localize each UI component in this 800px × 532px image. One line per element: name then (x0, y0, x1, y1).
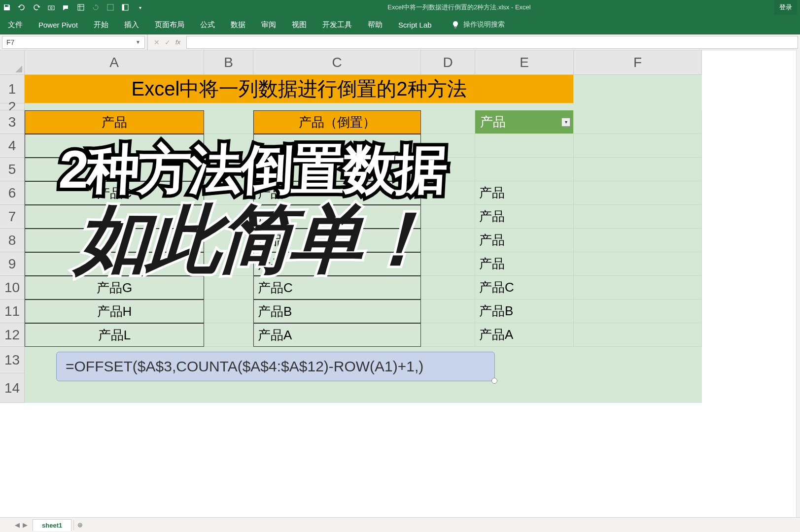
cell[interactable] (204, 299, 253, 323)
cell[interactable] (421, 323, 475, 347)
header-c[interactable]: 产品（倒置） (253, 110, 421, 134)
row-header-11[interactable]: 11 (0, 299, 25, 323)
sheet-tab-active[interactable]: sheet1 (33, 519, 71, 531)
cell[interactable] (475, 158, 574, 181)
cell[interactable] (475, 134, 574, 158)
camera-icon[interactable] (47, 3, 55, 11)
name-box[interactable]: F7 ▼ (2, 36, 145, 49)
row-header-14[interactable]: 14 (0, 373, 25, 403)
row-headers: 1234567891011121314 (0, 75, 25, 403)
row-header-5[interactable]: 5 (0, 158, 25, 181)
col-header-B[interactable]: B (204, 50, 253, 75)
cell[interactable]: 产品A (253, 323, 421, 347)
enter-icon[interactable]: ✓ (165, 38, 171, 46)
cell[interactable] (574, 181, 702, 205)
undo-icon[interactable] (18, 3, 26, 11)
sheet-tab-bar: ◀▶ sheet1 ⊕ (0, 517, 800, 532)
cell[interactable]: 产品A (475, 323, 574, 347)
svg-rect-5 (107, 4, 113, 10)
tab-power-pivot[interactable]: Power Pivot (37, 19, 79, 31)
tab-page-layout[interactable]: 页面布局 (154, 18, 185, 32)
more-icon[interactable]: ▾ (136, 3, 144, 11)
cell[interactable]: 产品B (475, 299, 574, 323)
cell[interactable]: 产品H (25, 299, 204, 323)
refresh-icon[interactable] (92, 3, 100, 11)
row-header-7[interactable]: 7 (0, 205, 25, 229)
cell[interactable]: 产品 (475, 181, 574, 205)
cell[interactable]: 产品 (475, 229, 574, 252)
cell[interactable] (204, 323, 253, 347)
col-header-F[interactable]: F (574, 50, 702, 75)
title-bar: ▾ Excel中将一列数据进行倒置的2种方法.xlsx - Excel 登录 (0, 0, 800, 15)
cell[interactable] (204, 110, 253, 134)
tab-file[interactable]: 文件 (7, 18, 24, 32)
cell[interactable] (574, 158, 702, 181)
column-headers: ABCDEF (25, 50, 702, 75)
row-header-6[interactable]: 6 (0, 181, 25, 205)
login-button[interactable]: 登录 (774, 0, 797, 15)
col-header-E[interactable]: E (475, 50, 574, 75)
sheet-icon[interactable] (77, 3, 85, 11)
cell[interactable]: 产品 (475, 205, 574, 229)
resize-handle-icon[interactable] (491, 378, 497, 384)
tab-home[interactable]: 开始 (93, 18, 109, 32)
cell[interactable] (574, 299, 702, 323)
formula-bar: F7 ▼ ✕ ✓ fx (0, 34, 800, 50)
row-header-9[interactable]: 9 (0, 252, 25, 276)
formula-input[interactable] (186, 36, 798, 49)
cell[interactable] (574, 276, 702, 299)
tab-data[interactable]: 数据 (230, 18, 246, 32)
row-header-3[interactable]: 3 (0, 110, 25, 134)
cell[interactable] (574, 252, 702, 276)
tab-formulas[interactable]: 公式 (199, 18, 216, 32)
col-header-D[interactable]: D (421, 50, 475, 75)
tab-view[interactable]: 视图 (291, 18, 308, 32)
tab-help[interactable]: 帮助 (367, 18, 383, 32)
row-header-8[interactable]: 8 (0, 229, 25, 252)
quick-access-toolbar: ▾ (3, 3, 144, 11)
cell[interactable]: 产品 (475, 252, 574, 276)
redo-icon[interactable] (33, 3, 40, 11)
tab-script-lab[interactable]: Script Lab (397, 19, 433, 31)
svg-rect-7 (122, 4, 124, 10)
cell[interactable]: 产品B (253, 299, 421, 323)
cell[interactable] (574, 229, 702, 252)
vertical-scrollbar[interactable] (796, 49, 800, 517)
col-header-A[interactable]: A (25, 50, 204, 75)
cell[interactable]: 产品L (25, 323, 204, 347)
cell[interactable] (574, 134, 702, 158)
tab-insert[interactable]: 插入 (123, 18, 140, 32)
tab-developer[interactable]: 开发工具 (321, 18, 353, 32)
tell-me-search[interactable]: 操作说明搜索 (452, 20, 505, 29)
fx-icon[interactable]: fx (175, 38, 180, 46)
pivot-icon[interactable] (121, 3, 129, 11)
next-sheet-icon[interactable]: ▶ (23, 521, 28, 529)
cell[interactable] (574, 110, 702, 134)
select-all-corner[interactable] (0, 50, 25, 75)
row-header-10[interactable]: 10 (0, 276, 25, 299)
formula-callout[interactable]: =OFFSET($A$3,COUNTA($A$4:$A$12)-ROW(A1)+… (56, 352, 495, 381)
filter-dropdown-icon[interactable]: ▾ (561, 118, 570, 127)
cell[interactable]: 产品C (475, 276, 574, 299)
row-header-2[interactable]: 2 (0, 103, 25, 110)
cell[interactable] (574, 205, 702, 229)
speak-icon[interactable] (62, 3, 70, 11)
tab-review[interactable]: 审阅 (260, 18, 277, 32)
cell[interactable] (421, 110, 475, 134)
row-header-4[interactable]: 4 (0, 134, 25, 158)
header-a[interactable]: 产品 (25, 110, 204, 134)
cell[interactable] (421, 299, 475, 323)
cancel-icon[interactable]: ✕ (154, 38, 160, 46)
title-cell[interactable]: Excel中将一列数据进行倒置的2种方法 (25, 75, 574, 103)
prev-sheet-icon[interactable]: ◀ (15, 521, 20, 529)
header-e[interactable]: 产品▾ (475, 110, 574, 134)
save-icon[interactable] (3, 3, 11, 11)
table-icon[interactable] (106, 3, 114, 11)
row-header-13[interactable]: 13 (0, 347, 25, 373)
add-sheet-button[interactable]: ⊕ (73, 520, 86, 530)
cell[interactable] (574, 323, 702, 347)
sheet-nav[interactable]: ◀▶ (10, 521, 33, 529)
overlay-headline-1: 2种方法倒置数据 (58, 143, 447, 196)
col-header-C[interactable]: C (253, 50, 421, 75)
row-header-12[interactable]: 12 (0, 323, 25, 347)
